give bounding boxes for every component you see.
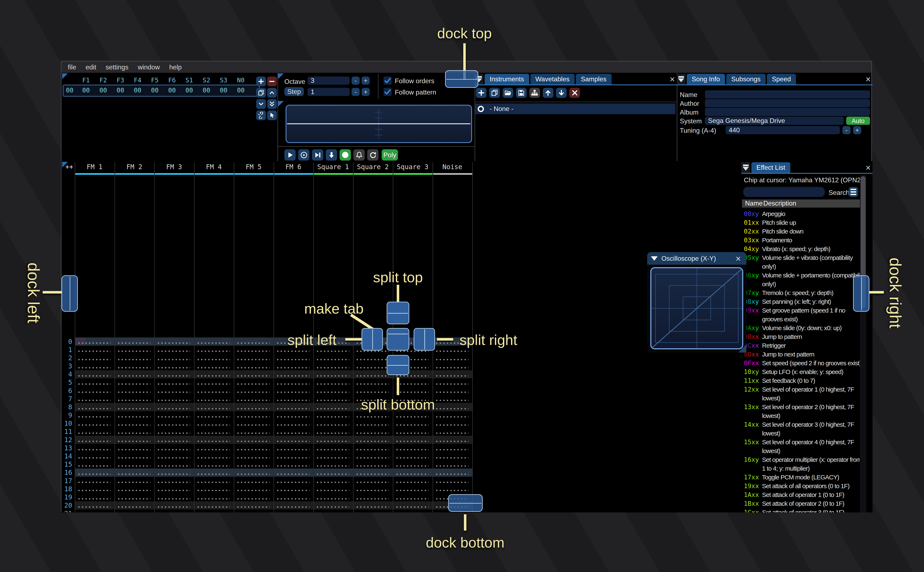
pattern-cursor-cell[interactable] [75,337,86,346]
tuning-field[interactable]: 440 [726,126,840,134]
oscilloscope-xy-window[interactable]: Oscilloscope (X-Y) × [647,252,746,353]
search-input[interactable] [743,187,825,197]
channel-header-fm-1[interactable]: FM 1 [75,163,114,171]
effect-row[interactable]: 08xySet panning (x: left; y: right) [744,297,864,306]
effect-row[interactable]: 01xxPitch slide up [744,218,864,227]
channel-header-fm-4[interactable]: FM 4 [194,163,234,171]
effect-row[interactable]: 10xySetup LFO (x: enable; y: speed) [744,368,864,376]
channel-header-noise[interactable]: Noise [433,163,472,171]
order-cell[interactable]: 00 [129,87,146,94]
channel-header-fm-2[interactable]: FM 2 [114,163,154,171]
effect-row[interactable]: 19xxSet attack of all operators (0 to 1F… [744,482,864,490]
oscilloscope-mini[interactable] [286,105,472,143]
effect-row[interactable]: 0AxyVolume slide (0y: down; x0: up) [744,323,864,333]
channel-header-square-3[interactable]: Square 3 [393,163,433,171]
move-order-down-button[interactable] [256,99,266,109]
follow-orders-checkbox[interactable] [383,76,392,85]
effect-row[interactable]: 06xyVolume slide + portamento (compatibi… [744,271,864,289]
menu-edit[interactable]: edit [86,63,96,71]
channel-header-fm-3[interactable]: FM 3 [154,163,194,171]
menu-window[interactable]: window [138,63,160,71]
tuning-minus-button[interactable]: - [842,126,851,134]
resize-grip[interactable] [738,344,746,353]
change-all-orders-button[interactable] [256,110,266,120]
hamburger-menu-icon[interactable] [849,187,858,197]
split-bottom-target[interactable] [387,355,409,375]
dock-right-target[interactable] [853,275,869,312]
order-cell[interactable]: 00 [146,87,164,94]
effect-row[interactable]: 1BxxSet attack of operator 2 (0 to 1F) [744,499,864,508]
effect-row[interactable]: 15xxSet level of operator 4 (0 highest, … [744,438,864,455]
split-right-target[interactable] [414,328,435,351]
effect-row[interactable]: 17xxToggle PCM mode (LEGACY) [744,473,864,482]
step-one-row-button[interactable] [326,149,337,160]
play-button[interactable] [284,149,296,160]
channel-header-fm-6[interactable]: FM 6 [273,163,313,171]
tab-instruments[interactable]: Instruments [485,74,529,84]
play-from-cursor-button[interactable] [312,149,323,160]
order-cell[interactable]: 00 [181,87,198,94]
collapse-icon[interactable] [741,162,750,173]
system-auto-button[interactable]: Auto [846,117,870,125]
instrument-list-item[interactable]: - None - [475,104,675,114]
close-icon[interactable]: × [734,253,743,264]
effect-row[interactable]: 02xxPitch slide down [744,227,864,236]
tab-wavetables[interactable]: Wavetables [530,74,575,84]
effect-row[interactable]: 00xyArpeggio [744,210,864,218]
step-plus-button[interactable]: + [361,88,370,96]
tab-song-info[interactable]: Song Info [687,74,725,84]
effect-row[interactable]: 16xySet operator multiplier (x: operator… [744,455,864,473]
order-cell[interactable]: 00 [112,87,129,94]
tab-speed[interactable]: Speed [767,74,796,84]
tab-subsongs[interactable]: Subsongs [726,74,766,84]
move-order-up-button[interactable] [267,88,277,98]
effect-row[interactable]: 0BxxJump to pattern [744,333,864,341]
collapse-icon[interactable] [651,256,658,261]
effect-row[interactable]: 07xyTremolo (x: speed; y: depth) [744,289,864,297]
channel-header-square-1[interactable]: Square 1 [313,163,353,171]
effect-row[interactable]: 09xxSet groove pattern (speed 1 if no gr… [744,306,864,323]
order-cell[interactable]: 00 [164,87,181,94]
close-icon[interactable]: × [864,162,873,173]
move-instrument-down-button[interactable] [556,88,567,98]
order-row-number[interactable]: 00 [64,87,75,94]
split-left-target[interactable] [361,328,383,351]
menu-settings[interactable]: settings [106,63,128,71]
octave-plus-button[interactable]: + [361,76,370,85]
effect-row[interactable]: 12xxSet level of operator 1 (0 highest, … [744,385,864,403]
open-instrument-button[interactable] [503,88,513,98]
make-tab-target[interactable] [387,328,409,351]
delete-instrument-button[interactable] [569,88,580,98]
step-button[interactable]: Step [284,87,304,96]
save-instrument-button[interactable] [516,88,527,98]
order-cell[interactable]: 00 [198,87,215,94]
order-cell[interactable]: 00 [78,87,95,94]
metronome-button[interactable] [354,149,365,160]
pattern-expand-button[interactable]: ++ [65,163,73,171]
duplicate-order-end-button[interactable] [267,99,277,109]
toggle-folders-button[interactable] [529,88,540,98]
polyphony-toggle[interactable]: Poly [382,149,398,160]
step-input[interactable]: 1 [308,88,350,96]
repeat-pattern-button[interactable] [367,149,379,160]
effect-row[interactable]: 1CxxSet attack of operator 3 (0 to 1F) [744,508,864,513]
effect-row[interactable]: 04xyVibrato (x: speed; y: depth) [744,245,864,253]
follow-pattern-checkbox[interactable] [383,88,392,96]
album-field[interactable] [705,108,870,116]
duplicate-order-button[interactable] [256,88,266,98]
menu-help[interactable]: help [169,63,182,71]
tab-effect-list[interactable]: Effect List [751,162,790,173]
effect-row[interactable]: 11xxSet feedback (0 to 7) [744,376,864,385]
collapse-icon[interactable] [677,74,686,84]
panel-separator[interactable] [277,73,278,161]
play-pattern-button[interactable] [298,149,310,160]
oscilloscope-xy-titlebar[interactable]: Oscilloscope (X-Y) × [647,252,746,265]
effect-row[interactable]: 13xxSet level of operator 2 (0 highest, … [744,403,864,420]
effect-row[interactable]: 05xyVolume slide + vibrato (compatibilit… [744,253,864,271]
dock-left-target[interactable] [62,275,78,312]
effect-row[interactable]: 0CxxRetrigger [744,341,864,350]
dock-top-target[interactable] [445,70,478,88]
octave-minus-button[interactable]: - [352,76,360,85]
effect-row[interactable]: 0DxxJump to next pattern [744,350,864,359]
add-instrument-button[interactable] [476,88,486,98]
